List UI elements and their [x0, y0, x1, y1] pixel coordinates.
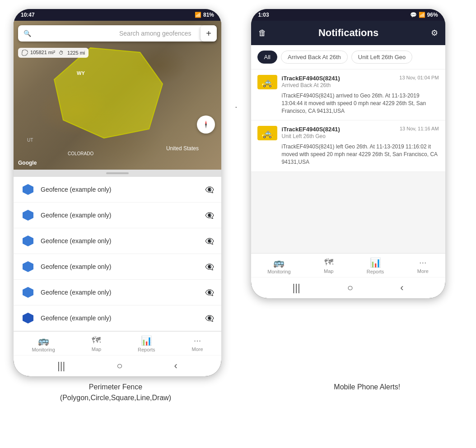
svg-point-3 [205, 124, 207, 125]
list-item[interactable]: Geofence (example only) 👁‍🗨 [14, 177, 221, 203]
right-bottom-nav: 🚌 Monitoring 🗺 Map 📊 Reports ··· More [251, 253, 445, 277]
notif-time-2: 13 Nov, 11:16 AM [400, 126, 439, 131]
right-nav-reports[interactable]: 📊 Reports [367, 257, 384, 274]
map-label-wy: WY [77, 70, 85, 76]
svg-marker-7 [23, 261, 33, 272]
right-gesture-bar: ||| ○ ‹ [251, 277, 445, 298]
eye-icon-3[interactable]: 👁‍🗨 [205, 237, 214, 245]
right-time: 1:03 [258, 12, 269, 18]
device-name-2: iTrackEF4940S(8241) [282, 126, 395, 133]
monitoring-label: Monitoring [32, 347, 55, 352]
notifications-header: 🗑 Notifications ⚙ [251, 21, 445, 45]
right-nav-map[interactable]: 🗺 Map [324, 257, 333, 274]
distance-stat: 1225 mi [67, 50, 85, 55]
monitoring-icon: 🚌 [38, 335, 49, 346]
map-search-bar[interactable]: 🔍 Search among geofences [18, 25, 217, 42]
notification-item-2[interactable]: 🚕 iTrackEF4940S(8241) Unit Left 26th Geo… [251, 120, 445, 171]
eye-icon-5[interactable]: 👁‍🗨 [205, 288, 214, 297]
right-gesture-home[interactable]: ○ [347, 282, 353, 294]
left-phone: 10:47 📶 81% WY United States COLORADO UT… [14, 9, 221, 376]
right-monitoring-label: Monitoring [267, 269, 290, 274]
map-label-us: United States [166, 145, 199, 152]
eye-icon-1[interactable]: 👁‍🗨 [205, 185, 214, 194]
list-item[interactable]: Geofence (example only) 👁‍🗨 [14, 280, 221, 305]
separator: · [235, 9, 238, 112]
map-area[interactable]: WY United States COLORADO UT Google 🔍 Se… [14, 21, 221, 170]
list-item[interactable]: Geofence (example only) 👁‍🗨 [14, 228, 221, 254]
right-nav-more[interactable]: ··· More [417, 257, 429, 274]
left-gesture-bar: ||| ○ ‹ [14, 355, 221, 376]
left-nav-more[interactable]: ··· More [191, 335, 203, 352]
device-name-1: iTrackEF4940S(8241) [282, 75, 395, 82]
eye-icon-6[interactable]: 👁‍🗨 [205, 314, 214, 323]
time-icon: ⏱ [59, 50, 64, 55]
filter-tabs: All Arrived Back At 26th Unit Left 26th … [251, 45, 445, 69]
list-item[interactable]: Geofence (example only) 👁‍🗨 [14, 254, 221, 280]
event-label-2: Unit Left 26th Geo [282, 133, 395, 139]
left-caption: Perimeter Fence(Polygon,Circle,Square,Li… [14, 382, 218, 403]
left-status-icons: 📶 81% [195, 12, 214, 18]
right-more-icon: ··· [419, 257, 427, 268]
map-label: Map [92, 346, 101, 352]
notifications-title: Notifications [318, 27, 378, 39]
geofence-polygon[interactable] [50, 43, 167, 143]
add-geofence-button[interactable]: + [201, 25, 217, 42]
filter-left[interactable]: Unit Left 26th Geo [351, 51, 413, 64]
right-reports-icon: 📊 [370, 257, 381, 268]
right-status-bar: 1:03 💬 📶 96% [251, 9, 445, 21]
list-item[interactable]: Geofence (example only) 👁‍🗨 [14, 305, 221, 331]
geofence-icon-1 [21, 182, 35, 197]
left-nav-reports[interactable]: 📊 Reports [138, 335, 155, 352]
notification-item-1[interactable]: 🚕 iTrackEF4940S(8241) Arrived Back At 26… [251, 69, 445, 120]
delete-icon[interactable]: 🗑 [258, 28, 266, 38]
right-more-label: More [417, 268, 429, 274]
geofence-label-3: Geofence (example only) [41, 237, 200, 245]
right-gesture-menu[interactable]: ||| [293, 282, 300, 294]
left-nav-monitoring[interactable]: 🚌 Monitoring [32, 335, 55, 352]
right-nav-monitoring[interactable]: 🚌 Monitoring [267, 257, 290, 274]
geofence-label-1: Geofence (example only) [41, 186, 200, 193]
right-caption: Mobile Phone Alerts! [271, 382, 462, 403]
gesture-back[interactable]: ‹ [174, 360, 177, 372]
svg-marker-5 [23, 210, 33, 221]
notif-meta-2: iTrackEF4940S(8241) Unit Left 26th Geo [282, 126, 395, 139]
left-nav-map[interactable]: 🗺 Map [92, 335, 101, 352]
map-label-ut: UT [27, 138, 33, 143]
gesture-home[interactable]: ○ [117, 360, 122, 372]
eye-icon-2[interactable]: 👁‍🗨 [205, 211, 214, 220]
geofence-list: Geofence (example only) 👁‍🗨 Geofence (ex… [14, 177, 221, 331]
google-logo: Google [18, 160, 37, 166]
reports-label: Reports [138, 347, 155, 352]
map-background: WY United States COLORADO UT Google [14, 21, 221, 170]
geofence-icon-3 [21, 234, 35, 248]
search-icon: 🔍 [23, 30, 116, 37]
geofence-icon-5 [21, 285, 35, 300]
eye-icon-4[interactable]: 👁‍🗨 [205, 263, 214, 271]
message-icon: 💬 [410, 12, 417, 18]
left-caption-text: Perimeter Fence(Polygon,Circle,Square,Li… [60, 383, 171, 402]
right-gesture-back[interactable]: ‹ [400, 282, 403, 294]
reports-icon: 📊 [141, 335, 152, 346]
list-item[interactable]: Geofence (example only) 👁‍🗨 [14, 203, 221, 228]
svg-marker-1 [205, 120, 207, 124]
notification-list: 🚕 iTrackEF4940S(8241) Arrived Back At 26… [251, 69, 445, 253]
geofence-label-2: Geofence (example only) [41, 212, 200, 219]
compass-button[interactable] [197, 115, 215, 134]
car-avatar-1: 🚕 [257, 75, 277, 89]
svg-marker-4 [23, 184, 33, 195]
notif-detail-2: iTrackEF4940S(8241) left Geo 26th. At 11… [257, 143, 439, 166]
notif-header-2: 🚕 iTrackEF4940S(8241) Unit Left 26th Geo… [257, 126, 439, 140]
notif-meta-1: iTrackEF4940S(8241) Arrived Back At 26th [282, 75, 395, 88]
filter-all[interactable]: All [257, 51, 277, 64]
captions: Perimeter Fence(Polygon,Circle,Square,Li… [0, 376, 476, 409]
gesture-menu[interactable]: ||| [57, 360, 65, 372]
filter-arrived[interactable]: Arrived Back At 26th [281, 51, 348, 64]
right-monitoring-icon: 🚌 [273, 257, 285, 268]
right-status-icons: 💬 📶 96% [410, 12, 438, 18]
settings-icon[interactable]: ⚙ [431, 28, 438, 38]
battery-level-right: 96% [427, 12, 438, 18]
svg-marker-2 [205, 125, 207, 129]
geofence-icon-6 [21, 311, 35, 325]
geofence-label-5: Geofence (example only) [41, 289, 200, 296]
right-phone: 1:03 💬 📶 96% 🗑 Notifications ⚙ All Arriv… [251, 9, 445, 298]
